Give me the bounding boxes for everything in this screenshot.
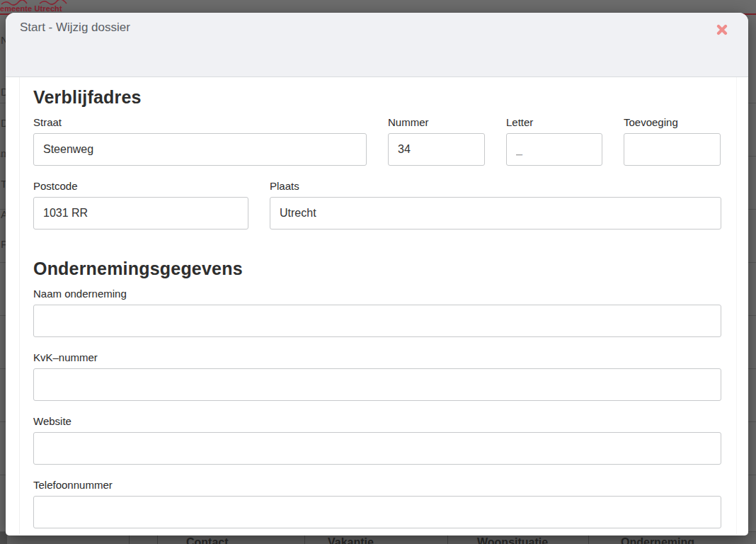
bg-table-header-onderneming: Onderneming	[621, 536, 694, 544]
bg-table-header-contact: Contact	[186, 536, 229, 544]
letter-input[interactable]	[506, 133, 602, 166]
naam-onderneming-label: Naam onderneming	[33, 288, 721, 300]
postcode-label: Postcode	[33, 180, 248, 192]
naam-onderneming-input[interactable]	[33, 305, 721, 337]
field-straat: Straat	[33, 116, 367, 166]
field-naam-onderneming: Naam onderneming	[33, 288, 721, 337]
gemeente-utrecht-logo: emeente Utrecht	[0, 4, 62, 13]
plaats-label: Plaats	[270, 180, 721, 192]
dialog-content: Verblijfadres Straat Nummer Letter Toevo…	[6, 77, 748, 528]
telefoonnummer-label: Telefoonnummer	[33, 479, 721, 491]
website-input[interactable]	[33, 432, 721, 465]
plaats-input[interactable]	[270, 197, 721, 230]
field-toevoeging: Toevoeging	[624, 116, 721, 166]
straat-input[interactable]	[33, 133, 367, 166]
dialog-titlebar: Start - Wijzig dossier	[6, 13, 748, 77]
bg-table-header-vakantie: Vakantie	[328, 536, 374, 544]
address-row-1: Straat Nummer Letter Toevoeging	[33, 116, 721, 166]
field-letter: Letter	[506, 116, 602, 166]
field-nummer: Nummer	[388, 116, 485, 166]
straat-label: Straat	[33, 116, 367, 128]
dialog-title: Start - Wijzig dossier	[20, 21, 130, 34]
app-screen: emeente Utrecht N D D m T A F Contact Va…	[0, 0, 756, 544]
website-label: Website	[33, 415, 721, 427]
kvk-nummer-input[interactable]	[33, 368, 721, 401]
section-heading-ondernemingsgegevens: Ondernemingsgegevens	[33, 258, 721, 279]
nummer-label: Nummer	[388, 116, 485, 128]
field-website: Website	[33, 415, 721, 465]
field-postcode: Postcode	[33, 180, 248, 230]
address-row-2: Postcode Plaats	[33, 180, 721, 230]
section-heading-verblijfadres: Verblijfadres	[33, 86, 721, 108]
field-plaats: Plaats	[270, 180, 721, 230]
toevoeging-input[interactable]	[624, 133, 721, 166]
letter-label: Letter	[506, 116, 602, 128]
close-button[interactable]	[716, 23, 728, 36]
kvk-nummer-label: KvK–nummer	[33, 351, 721, 363]
field-kvk-nummer: KvK–nummer	[33, 351, 721, 401]
close-icon	[716, 23, 728, 36]
telefoonnummer-input[interactable]	[33, 496, 721, 528]
field-telefoonnummer: Telefoonnummer	[33, 479, 721, 528]
nummer-input[interactable]	[388, 133, 485, 166]
wijzig-dossier-dialog: Start - Wijzig dossier Verblijfadres Str…	[6, 13, 748, 536]
bg-table-header-woonsituatie: Woonsituatie	[477, 536, 548, 544]
toevoeging-label: Toevoeging	[624, 116, 721, 128]
postcode-input[interactable]	[33, 197, 248, 230]
